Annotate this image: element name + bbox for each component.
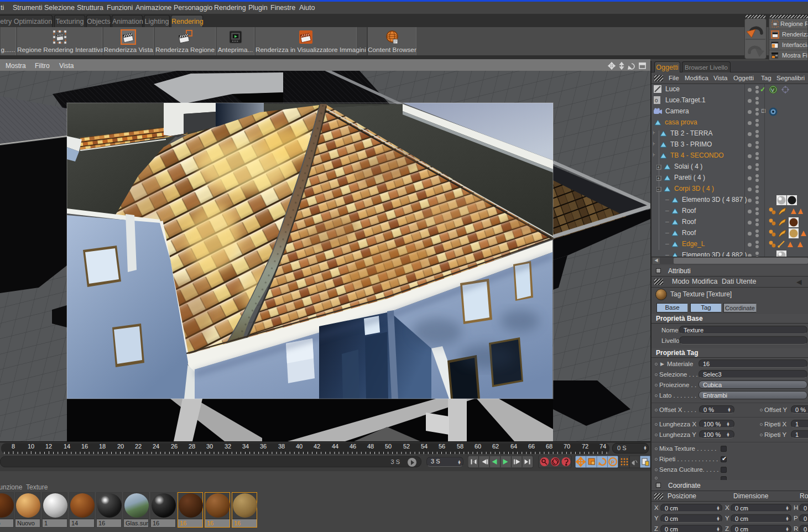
svg-text:14: 14	[64, 443, 70, 450]
svg-text:58: 58	[457, 443, 463, 450]
svg-text:70: 70	[564, 443, 570, 450]
svg-text:38: 38	[278, 443, 285, 450]
svg-text:52: 52	[403, 443, 410, 450]
svg-text:8: 8	[12, 443, 15, 450]
svg-text:o: o	[655, 97, 658, 103]
svg-text:18: 18	[99, 443, 106, 450]
svg-text:64: 64	[510, 443, 517, 450]
svg-text:50: 50	[385, 443, 392, 450]
svg-text:54: 54	[421, 443, 428, 450]
svg-text:42: 42	[314, 443, 320, 450]
svg-text:10: 10	[28, 443, 34, 450]
svg-text:68: 68	[546, 443, 552, 450]
svg-text:40: 40	[296, 443, 303, 450]
svg-text:56: 56	[439, 443, 445, 450]
svg-text:74: 74	[600, 443, 606, 450]
svg-text:72: 72	[582, 443, 588, 450]
svg-text:46: 46	[350, 443, 356, 450]
svg-text:V: V	[771, 87, 774, 93]
svg-text:24: 24	[153, 443, 159, 450]
svg-text:66: 66	[528, 443, 535, 450]
svg-text:26: 26	[171, 443, 178, 450]
svg-text:28: 28	[189, 443, 195, 450]
svg-text:34: 34	[242, 443, 249, 450]
svg-text:48: 48	[367, 443, 374, 450]
svg-text:22: 22	[135, 443, 142, 450]
svg-text:20: 20	[117, 443, 124, 450]
svg-text:30: 30	[206, 443, 213, 450]
svg-text:16: 16	[81, 443, 88, 450]
svg-text:12: 12	[45, 443, 52, 450]
svg-text:44: 44	[332, 443, 338, 450]
svg-text:60: 60	[475, 443, 481, 450]
svg-text:P: P	[611, 460, 614, 465]
svg-text:32: 32	[225, 443, 231, 450]
svg-text:36: 36	[260, 443, 267, 450]
svg-text:62: 62	[492, 443, 499, 450]
